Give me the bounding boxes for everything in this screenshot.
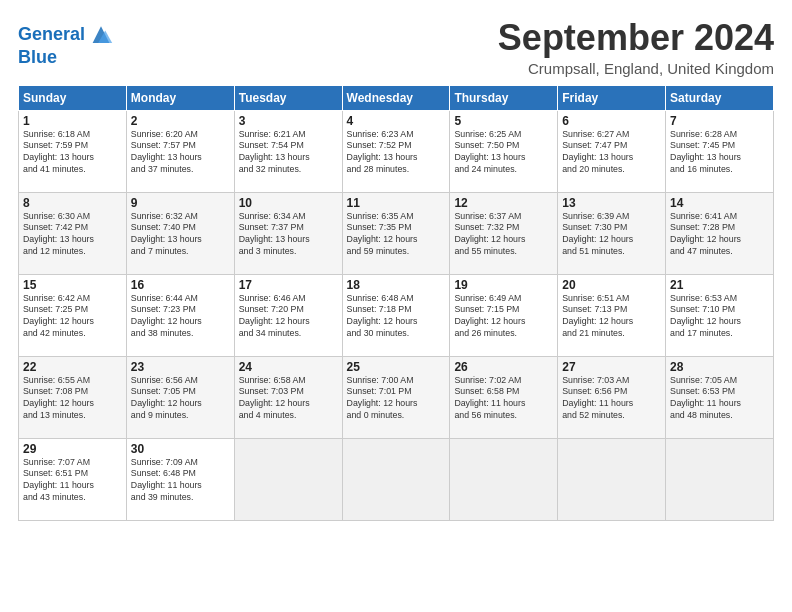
day-info: Sunrise: 6:21 AM Sunset: 7:54 PM Dayligh…: [239, 129, 338, 177]
day-info: Sunrise: 6:37 AM Sunset: 7:32 PM Dayligh…: [454, 211, 553, 259]
day-number: 13: [562, 196, 661, 210]
table-row: 4Sunrise: 6:23 AM Sunset: 7:52 PM Daylig…: [342, 110, 450, 192]
table-row: [666, 438, 774, 520]
day-info: Sunrise: 6:49 AM Sunset: 7:15 PM Dayligh…: [454, 293, 553, 341]
day-number: 15: [23, 278, 122, 292]
table-row: 14Sunrise: 6:41 AM Sunset: 7:28 PM Dayli…: [666, 192, 774, 274]
day-info: Sunrise: 6:34 AM Sunset: 7:37 PM Dayligh…: [239, 211, 338, 259]
calendar-week-4: 22Sunrise: 6:55 AM Sunset: 7:08 PM Dayli…: [19, 356, 774, 438]
day-number: 8: [23, 196, 122, 210]
day-number: 7: [670, 114, 769, 128]
day-info: Sunrise: 6:20 AM Sunset: 7:57 PM Dayligh…: [131, 129, 230, 177]
day-info: Sunrise: 6:32 AM Sunset: 7:40 PM Dayligh…: [131, 211, 230, 259]
table-row: 20Sunrise: 6:51 AM Sunset: 7:13 PM Dayli…: [558, 274, 666, 356]
day-info: Sunrise: 6:35 AM Sunset: 7:35 PM Dayligh…: [347, 211, 446, 259]
table-row: [558, 438, 666, 520]
day-info: Sunrise: 6:39 AM Sunset: 7:30 PM Dayligh…: [562, 211, 661, 259]
day-number: 27: [562, 360, 661, 374]
day-info: Sunrise: 6:55 AM Sunset: 7:08 PM Dayligh…: [23, 375, 122, 423]
day-number: 21: [670, 278, 769, 292]
table-row: 24Sunrise: 6:58 AM Sunset: 7:03 PM Dayli…: [234, 356, 342, 438]
day-info: Sunrise: 6:58 AM Sunset: 7:03 PM Dayligh…: [239, 375, 338, 423]
table-row: 18Sunrise: 6:48 AM Sunset: 7:18 PM Dayli…: [342, 274, 450, 356]
table-row: 10Sunrise: 6:34 AM Sunset: 7:37 PM Dayli…: [234, 192, 342, 274]
day-info: Sunrise: 7:05 AM Sunset: 6:53 PM Dayligh…: [670, 375, 769, 423]
table-row: 1Sunrise: 6:18 AM Sunset: 7:59 PM Daylig…: [19, 110, 127, 192]
day-number: 24: [239, 360, 338, 374]
day-number: 30: [131, 442, 230, 456]
page: General Blue September 2024 Crumpsall, E…: [0, 0, 792, 612]
day-number: 25: [347, 360, 446, 374]
logo-text2: Blue: [18, 47, 57, 67]
day-info: Sunrise: 6:53 AM Sunset: 7:10 PM Dayligh…: [670, 293, 769, 341]
calendar-title: September 2024: [498, 18, 774, 58]
header-row: Sunday Monday Tuesday Wednesday Thursday…: [19, 85, 774, 110]
day-info: Sunrise: 6:30 AM Sunset: 7:42 PM Dayligh…: [23, 211, 122, 259]
day-number: 23: [131, 360, 230, 374]
day-number: 5: [454, 114, 553, 128]
table-row: 23Sunrise: 6:56 AM Sunset: 7:05 PM Dayli…: [126, 356, 234, 438]
table-row: 21Sunrise: 6:53 AM Sunset: 7:10 PM Dayli…: [666, 274, 774, 356]
day-number: 17: [239, 278, 338, 292]
table-row: [450, 438, 558, 520]
col-friday: Friday: [558, 85, 666, 110]
col-tuesday: Tuesday: [234, 85, 342, 110]
table-row: 15Sunrise: 6:42 AM Sunset: 7:25 PM Dayli…: [19, 274, 127, 356]
col-saturday: Saturday: [666, 85, 774, 110]
day-info: Sunrise: 6:27 AM Sunset: 7:47 PM Dayligh…: [562, 129, 661, 177]
day-number: 3: [239, 114, 338, 128]
table-row: 9Sunrise: 6:32 AM Sunset: 7:40 PM Daylig…: [126, 192, 234, 274]
table-row: 6Sunrise: 6:27 AM Sunset: 7:47 PM Daylig…: [558, 110, 666, 192]
col-wednesday: Wednesday: [342, 85, 450, 110]
logo-text: General: [18, 25, 85, 45]
day-number: 20: [562, 278, 661, 292]
day-info: Sunrise: 7:09 AM Sunset: 6:48 PM Dayligh…: [131, 457, 230, 505]
table-row: 2Sunrise: 6:20 AM Sunset: 7:57 PM Daylig…: [126, 110, 234, 192]
table-row: 16Sunrise: 6:44 AM Sunset: 7:23 PM Dayli…: [126, 274, 234, 356]
day-info: Sunrise: 7:07 AM Sunset: 6:51 PM Dayligh…: [23, 457, 122, 505]
day-info: Sunrise: 6:42 AM Sunset: 7:25 PM Dayligh…: [23, 293, 122, 341]
table-row: 7Sunrise: 6:28 AM Sunset: 7:45 PM Daylig…: [666, 110, 774, 192]
calendar-week-1: 1Sunrise: 6:18 AM Sunset: 7:59 PM Daylig…: [19, 110, 774, 192]
day-number: 11: [347, 196, 446, 210]
col-monday: Monday: [126, 85, 234, 110]
day-info: Sunrise: 6:56 AM Sunset: 7:05 PM Dayligh…: [131, 375, 230, 423]
day-info: Sunrise: 6:48 AM Sunset: 7:18 PM Dayligh…: [347, 293, 446, 341]
day-number: 16: [131, 278, 230, 292]
table-row: 25Sunrise: 7:00 AM Sunset: 7:01 PM Dayli…: [342, 356, 450, 438]
day-number: 12: [454, 196, 553, 210]
table-row: 13Sunrise: 6:39 AM Sunset: 7:30 PM Dayli…: [558, 192, 666, 274]
day-number: 19: [454, 278, 553, 292]
table-row: 27Sunrise: 7:03 AM Sunset: 6:56 PM Dayli…: [558, 356, 666, 438]
day-number: 1: [23, 114, 122, 128]
calendar-week-5: 29Sunrise: 7:07 AM Sunset: 6:51 PM Dayli…: [19, 438, 774, 520]
day-number: 26: [454, 360, 553, 374]
day-number: 10: [239, 196, 338, 210]
day-number: 6: [562, 114, 661, 128]
day-info: Sunrise: 6:23 AM Sunset: 7:52 PM Dayligh…: [347, 129, 446, 177]
table-row: 3Sunrise: 6:21 AM Sunset: 7:54 PM Daylig…: [234, 110, 342, 192]
table-row: [342, 438, 450, 520]
day-info: Sunrise: 6:41 AM Sunset: 7:28 PM Dayligh…: [670, 211, 769, 259]
table-row: 12Sunrise: 6:37 AM Sunset: 7:32 PM Dayli…: [450, 192, 558, 274]
calendar-table: Sunday Monday Tuesday Wednesday Thursday…: [18, 85, 774, 521]
day-info: Sunrise: 6:28 AM Sunset: 7:45 PM Dayligh…: [670, 129, 769, 177]
day-info: Sunrise: 6:18 AM Sunset: 7:59 PM Dayligh…: [23, 129, 122, 177]
logo: General Blue: [18, 22, 115, 68]
table-row: 11Sunrise: 6:35 AM Sunset: 7:35 PM Dayli…: [342, 192, 450, 274]
table-row: 28Sunrise: 7:05 AM Sunset: 6:53 PM Dayli…: [666, 356, 774, 438]
calendar-week-3: 15Sunrise: 6:42 AM Sunset: 7:25 PM Dayli…: [19, 274, 774, 356]
header: General Blue September 2024 Crumpsall, E…: [18, 18, 774, 77]
day-number: 28: [670, 360, 769, 374]
calendar-subtitle: Crumpsall, England, United Kingdom: [498, 60, 774, 77]
calendar-week-2: 8Sunrise: 6:30 AM Sunset: 7:42 PM Daylig…: [19, 192, 774, 274]
table-row: 8Sunrise: 6:30 AM Sunset: 7:42 PM Daylig…: [19, 192, 127, 274]
table-row: 22Sunrise: 6:55 AM Sunset: 7:08 PM Dayli…: [19, 356, 127, 438]
col-thursday: Thursday: [450, 85, 558, 110]
day-number: 14: [670, 196, 769, 210]
table-row: 30Sunrise: 7:09 AM Sunset: 6:48 PM Dayli…: [126, 438, 234, 520]
day-number: 9: [131, 196, 230, 210]
day-info: Sunrise: 6:44 AM Sunset: 7:23 PM Dayligh…: [131, 293, 230, 341]
day-number: 18: [347, 278, 446, 292]
day-info: Sunrise: 6:25 AM Sunset: 7:50 PM Dayligh…: [454, 129, 553, 177]
